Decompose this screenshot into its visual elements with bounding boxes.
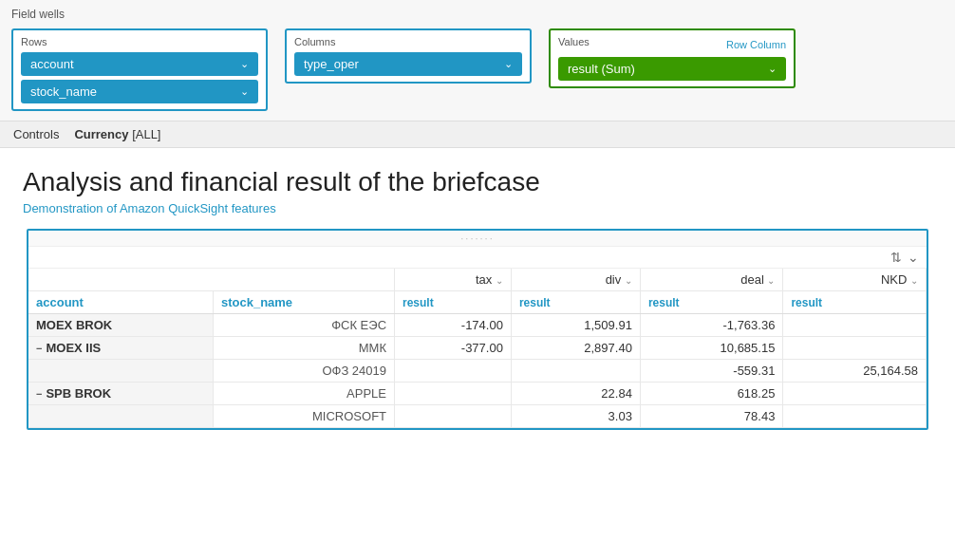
columns-title: Columns	[294, 36, 522, 47]
nkd-result-header: result	[783, 291, 927, 314]
col-group-header-row: tax ⌄ div ⌄ deal ⌄ NKD ⌄	[28, 269, 927, 291]
moex-iis-deal: 10,685.15	[640, 337, 783, 360]
div-result-header: result	[511, 291, 640, 314]
type-oper-pill-chevron: ⌄	[504, 58, 513, 70]
spb-brok-deal: 618.25	[640, 383, 783, 405]
ofz-div	[511, 360, 640, 383]
table-row: −MOEX IIS ММК -377.00 2,897.40 10,685.15	[28, 337, 927, 360]
pivot-expand-icon[interactable]: ⌄	[908, 250, 919, 265]
main-content: Analysis and financial result of the bri…	[0, 148, 955, 439]
moex-brok-account: MOEX BROK	[28, 314, 213, 337]
type-oper-pill[interactable]: type_oper ⌄	[294, 52, 522, 76]
moex-brok-div: 1,509.91	[511, 314, 640, 337]
controls-bar: Controls Currency [ALL]	[0, 121, 955, 148]
spb-brok-account: −SPB BROK	[28, 383, 213, 405]
table-row: ОФЗ 24019 -559.31 25,164.58	[28, 360, 927, 383]
deal-sort-icon[interactable]: ⌄	[767, 275, 775, 286]
values-row-col-label: Row Column	[726, 39, 786, 50]
columns-field-well: Columns type_oper ⌄	[285, 28, 532, 84]
deal-result-header: result	[640, 291, 783, 314]
col-div-header: div ⌄	[511, 269, 640, 291]
stock-name-pill[interactable]: stock_name ⌄	[21, 80, 258, 103]
div-sort-icon[interactable]: ⌄	[625, 275, 632, 286]
msft-tax	[395, 405, 512, 428]
stock-name-pill-chevron: ⌄	[240, 85, 249, 98]
result-header-row: account stock_name result result result …	[28, 291, 927, 314]
nkd-sort-icon[interactable]: ⌄	[910, 275, 918, 286]
ofz-account	[28, 360, 213, 383]
tax-sort-icon[interactable]: ⌄	[496, 275, 503, 286]
page-subtitle: Demonstration of Amazon QuickSight featu…	[23, 201, 932, 215]
ofz-deal: -559.31	[640, 360, 783, 383]
ofz-nkd: 25,164.58	[783, 360, 927, 383]
result-sum-pill[interactable]: result (Sum) ⌄	[558, 57, 786, 81]
controls-label: Controls	[13, 127, 59, 141]
pivot-table: tax ⌄ div ⌄ deal ⌄ NKD ⌄ account stock_n	[28, 269, 927, 428]
pivot-tbody: MOEX BROK ФСК ЕЭС -174.00 1,509.91 -1,76…	[28, 314, 927, 428]
spb-brok-tax	[395, 383, 512, 405]
stock-col-header: stock_name	[213, 291, 394, 314]
spb-brok-expand-icon[interactable]: −	[36, 388, 42, 400]
values-title: Values	[558, 36, 590, 47]
account-col-header: account	[28, 291, 213, 314]
moex-iis-stock: ММК	[213, 337, 394, 360]
spb-brok-div: 22.84	[511, 383, 640, 405]
moex-brok-tax: -174.00	[395, 314, 512, 337]
spb-brok-nkd	[783, 383, 927, 405]
moex-brok-nkd	[783, 314, 927, 337]
msft-account	[28, 405, 213, 428]
field-wells-label: Field wells	[11, 8, 944, 21]
pivot-swap-icon[interactable]: ⇅	[890, 250, 902, 265]
table-row: MOEX BROK ФСК ЕЭС -174.00 1,509.91 -1,76…	[28, 314, 927, 337]
account-pill-chevron: ⌄	[240, 58, 249, 70]
moex-iis-expand-icon[interactable]: −	[36, 343, 42, 354]
moex-iis-nkd	[783, 337, 927, 360]
col-nkd-header: NKD ⌄	[783, 269, 927, 291]
values-header: Values Row Column	[558, 36, 786, 52]
result-sum-chevron: ⌄	[768, 63, 777, 75]
ofz-stock: ОФЗ 24019	[213, 360, 394, 383]
rows-field-well: Rows account ⌄ stock_name ⌄	[11, 28, 268, 111]
rows-title: Rows	[21, 36, 258, 47]
moex-iis-tax: -377.00	[395, 337, 512, 360]
spb-brok-apple: APPLE	[213, 383, 394, 405]
values-field-well: Values Row Column result (Sum) ⌄	[549, 28, 796, 88]
pivot-container: ······· ⇅ ⌄ tax ⌄ div ⌄ deal ⌄	[27, 229, 928, 430]
field-wells-row: Rows account ⌄ stock_name ⌄ Columns type…	[11, 28, 944, 111]
msft-stock: MICROSOFT	[213, 405, 394, 428]
table-row: MICROSOFT 3.03 78.43	[28, 405, 927, 428]
currency-label: Currency [ALL]	[74, 127, 160, 141]
ofz-tax	[395, 360, 512, 383]
pivot-drag-handle[interactable]: ·······	[28, 231, 927, 247]
page-title: Analysis and financial result of the bri…	[23, 167, 932, 197]
col-deal-header: deal ⌄	[640, 269, 783, 291]
moex-iis-div: 2,897.40	[511, 337, 640, 360]
msft-deal: 78.43	[640, 405, 783, 428]
table-row: −SPB BROK APPLE 22.84 618.25	[28, 383, 927, 405]
moex-brok-deal: -1,763.36	[640, 314, 783, 337]
msft-nkd	[783, 405, 927, 428]
pivot-toolbar: ⇅ ⌄	[28, 247, 927, 269]
empty-header	[28, 269, 395, 291]
moex-brok-stock: ФСК ЕЭС	[213, 314, 394, 337]
msft-div: 3.03	[511, 405, 640, 428]
field-wells-bar: Field wells Rows account ⌄ stock_name ⌄ …	[0, 0, 955, 121]
account-pill[interactable]: account ⌄	[21, 52, 258, 76]
moex-iis-account: −MOEX IIS	[28, 337, 213, 360]
tax-result-header: result	[395, 291, 512, 314]
col-tax-header: tax ⌄	[395, 269, 512, 291]
